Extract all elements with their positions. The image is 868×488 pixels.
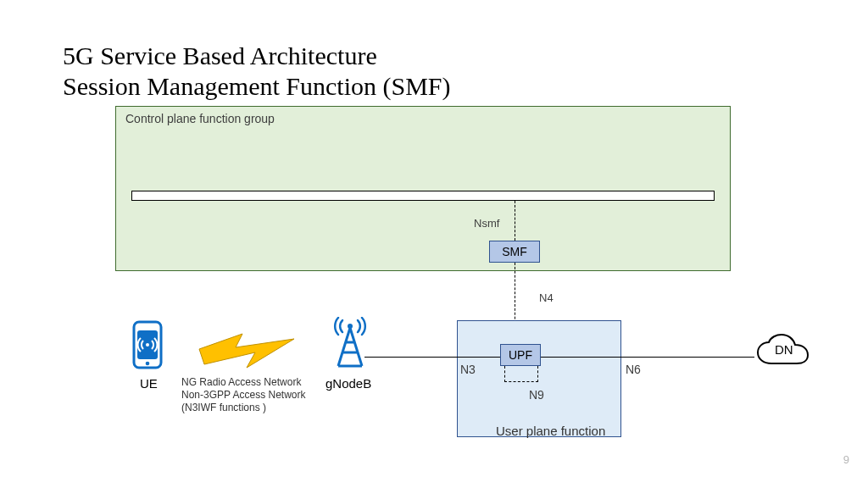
slide-canvas: 5G Service Based Architecture Session Ma… xyxy=(0,0,868,488)
ue-label: UE xyxy=(140,376,158,391)
page-number: 9 xyxy=(843,453,849,466)
nsmf-label: Nsmf xyxy=(474,217,499,230)
ran-description: NG Radio Access Network Non-3GPP Access … xyxy=(181,376,306,414)
title-line-2: Session Management Function (SMF) xyxy=(63,72,451,100)
user-plane-function-box xyxy=(457,320,621,437)
slide-title: 5G Service Based Architecture Session Ma… xyxy=(63,41,451,102)
control-plane-group-box xyxy=(115,106,731,271)
n4-label: N4 xyxy=(539,291,554,304)
control-plane-group-label: Control plane function group xyxy=(125,112,275,125)
n3-link xyxy=(364,357,500,358)
ran-line-2: Non-3GPP Access Network xyxy=(181,389,306,401)
dn-label: DN xyxy=(775,342,793,357)
service-bus-bar xyxy=(131,191,715,201)
ue-phone-icon xyxy=(132,320,163,373)
n3-label: N3 xyxy=(460,363,476,376)
gnodeb-antenna-icon xyxy=(331,317,369,373)
title-line-1: 5G Service Based Architecture xyxy=(63,42,377,69)
n6-link xyxy=(541,357,754,358)
n9-label: N9 xyxy=(529,388,544,402)
gnodeb-label: gNodeB xyxy=(326,376,371,391)
n9-loopback-link xyxy=(504,366,538,382)
ran-line-3: (N3IWF functions ) xyxy=(181,402,266,413)
upf-node: UPF xyxy=(500,344,541,366)
user-plane-function-label: User plane function xyxy=(496,424,605,438)
link-bus-to-smf xyxy=(515,201,515,241)
n6-label: N6 xyxy=(626,363,641,376)
lightning-bolt-icon xyxy=(196,325,298,380)
svg-point-2 xyxy=(146,362,150,366)
svg-marker-4 xyxy=(199,334,294,368)
ran-line-1: NG Radio Access Network xyxy=(181,376,301,388)
smf-node: SMF xyxy=(489,241,540,263)
svg-point-3 xyxy=(146,343,149,347)
